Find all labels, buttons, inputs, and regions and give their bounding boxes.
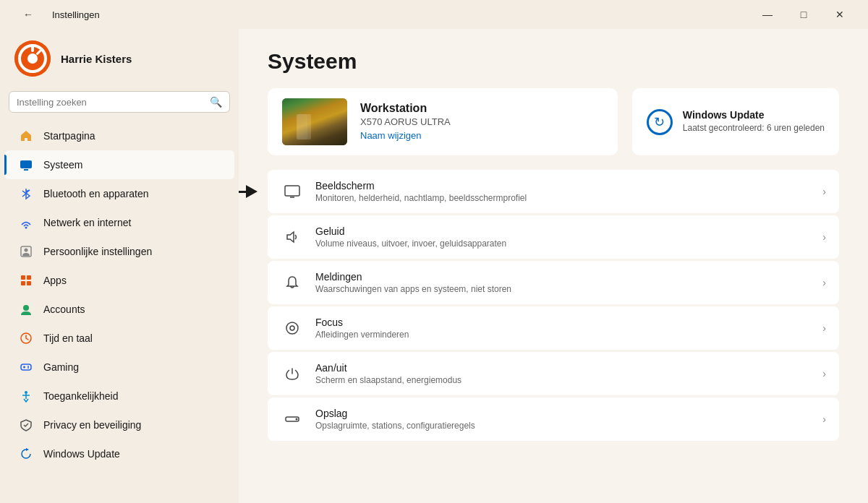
- geluid-desc: Volume niveaus, uitvoer, invoer, geluids…: [315, 238, 811, 249]
- nav-label-apps: Apps: [43, 275, 67, 286]
- close-button[interactable]: ✕: [823, 3, 856, 26]
- settings-list: Beeldscherm Monitoren, helderheid, nacht…: [239, 170, 868, 457]
- system-icon: [19, 158, 33, 172]
- sidebar-item-systeem[interactable]: Systeem: [4, 150, 234, 179]
- sidebar-item-apps[interactable]: Apps: [4, 266, 234, 295]
- opslag-icon: [281, 408, 304, 431]
- geluid-text: Geluid Volume niveaus, uitvoer, invoer, …: [315, 225, 811, 249]
- rename-link[interactable]: Naam wijzigen: [360, 130, 422, 141]
- sidebar-item-tijd[interactable]: Tijd en taal: [4, 324, 234, 353]
- personal-icon: [19, 244, 33, 259]
- windows-update-card[interactable]: Windows Update Laatst gecontroleerd: 6 u…: [632, 88, 839, 155]
- geluid-icon: [281, 225, 304, 249]
- focus-title: Focus: [315, 317, 811, 328]
- accounts-icon: [19, 302, 33, 317]
- beeldscherm-title: Beeldscherm: [315, 180, 811, 192]
- minimize-button[interactable]: —: [751, 3, 784, 26]
- sidebar-item-persoonlijk[interactable]: Persoonlijke instellingen: [4, 237, 234, 266]
- meldingen-title: Meldingen: [315, 271, 811, 283]
- content-area: Systeem Workstation X570 AORUS ULTRA Naa…: [239, 29, 868, 503]
- nav-label-startpagina: Startpagina: [43, 130, 95, 142]
- sidebar-item-toegankelijkheid[interactable]: Toegankelijkheid: [4, 382, 234, 410]
- svg-rect-8: [21, 275, 25, 280]
- page-title: Systeem: [268, 49, 839, 74]
- settings-item-opslag[interactable]: Opslag Opslagruimte, stations, configura…: [268, 397, 839, 441]
- nav-label-systeem: Systeem: [43, 159, 82, 171]
- home-icon: [19, 129, 33, 143]
- nav-label-update: Windows Update: [43, 448, 120, 460]
- aanuit-icon: [281, 362, 304, 385]
- sidebar-item-startpagina[interactable]: Startpagina: [4, 121, 234, 150]
- svg-rect-22: [285, 186, 299, 196]
- aanuit-title: Aan/uit: [315, 362, 811, 374]
- beeldscherm-icon: [281, 180, 304, 203]
- nav-label-privacy: Privacy en beveiliging: [43, 419, 141, 431]
- sidebar-item-netwerk[interactable]: Netwerk en internet: [4, 208, 234, 237]
- arrow-indicator: [239, 185, 258, 198]
- nav-label-netwerk: Netwerk en internet: [43, 217, 131, 228]
- search-input[interactable]: [17, 97, 204, 108]
- sidebar-item-accounts[interactable]: Accounts: [4, 295, 234, 324]
- settings-item-geluid[interactable]: Geluid Volume niveaus, uitvoer, invoer, …: [268, 215, 839, 259]
- sidebar-item-bluetooth[interactable]: Bluetooth en apparaten: [4, 179, 234, 208]
- sidebar: Harrie Kisters 🔍 Startpagina Systeem: [0, 29, 239, 503]
- settings-item-meldingen[interactable]: Meldingen Waarschuwingen van apps en sys…: [268, 261, 839, 304]
- nav-label-toegankelijkheid: Toegankelijkheid: [43, 390, 119, 402]
- device-name: Workstation: [360, 102, 451, 115]
- back-button[interactable]: ←: [12, 3, 45, 26]
- chevron-right-icon: ›: [822, 277, 826, 288]
- svg-point-2: [27, 53, 38, 64]
- settings-item-aanuit[interactable]: Aan/uit Scherm en slaapstand, energiemod…: [268, 352, 839, 395]
- svg-point-12: [23, 305, 29, 311]
- svg-rect-11: [27, 281, 31, 285]
- nav-label-accounts: Accounts: [43, 304, 85, 315]
- search-icon: 🔍: [210, 96, 222, 108]
- bluetooth-icon: [19, 186, 33, 201]
- user-name: Harrie Kisters: [61, 53, 132, 65]
- arrow-head: [246, 185, 258, 198]
- svg-point-17: [27, 366, 29, 367]
- focus-text: Focus Afleidingen verminderen: [315, 317, 811, 340]
- sidebar-item-privacy[interactable]: Privacy en beveiliging: [4, 410, 234, 439]
- svg-point-18: [27, 367, 29, 369]
- meldingen-desc: Waarschuwingen van apps en systeem, niet…: [315, 284, 811, 294]
- sidebar-item-update[interactable]: Windows Update: [4, 439, 234, 468]
- search-box[interactable]: 🔍: [9, 91, 230, 113]
- geluid-title: Geluid: [315, 225, 811, 237]
- avatar: [14, 40, 51, 77]
- content-header: Systeem Workstation X570 AORUS ULTRA Naa…: [239, 29, 868, 170]
- device-info: Workstation X570 AORUS ULTRA Naam wijzig…: [360, 102, 451, 142]
- beeldscherm-desc: Monitoren, helderheid, nachtlamp, beelds…: [315, 193, 811, 203]
- settings-item-beeldscherm[interactable]: Beeldscherm Monitoren, helderheid, nacht…: [268, 170, 839, 213]
- maximize-button[interactable]: □: [787, 3, 820, 26]
- focus-desc: Afleidingen verminderen: [315, 330, 811, 340]
- opslag-desc: Opslagruimte, stations, configuratierege…: [315, 421, 811, 431]
- arrow-line: [239, 191, 246, 193]
- update-status: Laatst gecontroleerd: 6 uren geleden: [683, 122, 825, 134]
- nav-label-bluetooth: Bluetooth en apparaten: [43, 188, 149, 199]
- focus-icon: [281, 317, 304, 340]
- nav-label-persoonlijk: Persoonlijke instellingen: [43, 246, 152, 257]
- svg-point-5: [25, 227, 27, 229]
- network-icon: [19, 215, 33, 230]
- aanuit-text: Aan/uit Scherm en slaapstand, energiemod…: [315, 362, 811, 385]
- chevron-right-icon: ›: [822, 368, 826, 379]
- device-model: X570 AORUS ULTRA: [360, 116, 451, 127]
- opslag-title: Opslag: [315, 408, 811, 419]
- svg-rect-9: [27, 275, 31, 280]
- svg-rect-3: [20, 160, 32, 168]
- chevron-right-icon: ›: [822, 231, 826, 243]
- settings-item-focus[interactable]: Focus Afleidingen verminderen ›: [268, 306, 839, 350]
- beeldscherm-text: Beeldscherm Monitoren, helderheid, nacht…: [315, 180, 811, 203]
- opslag-text: Opslag Opslagruimte, stations, configura…: [315, 408, 811, 431]
- chevron-right-icon: ›: [822, 322, 826, 334]
- update-icon: [19, 447, 33, 461]
- sidebar-item-gaming[interactable]: Gaming: [4, 353, 234, 382]
- device-thumbnail: [282, 98, 347, 145]
- svg-rect-14: [21, 364, 31, 370]
- svg-point-27: [296, 418, 298, 421]
- beeldscherm-wrapper: Beeldscherm Monitoren, helderheid, nacht…: [268, 170, 839, 213]
- svg-point-24: [286, 322, 298, 334]
- titlebar-title: Instellingen: [52, 9, 100, 20]
- update-card-icon: [647, 109, 673, 135]
